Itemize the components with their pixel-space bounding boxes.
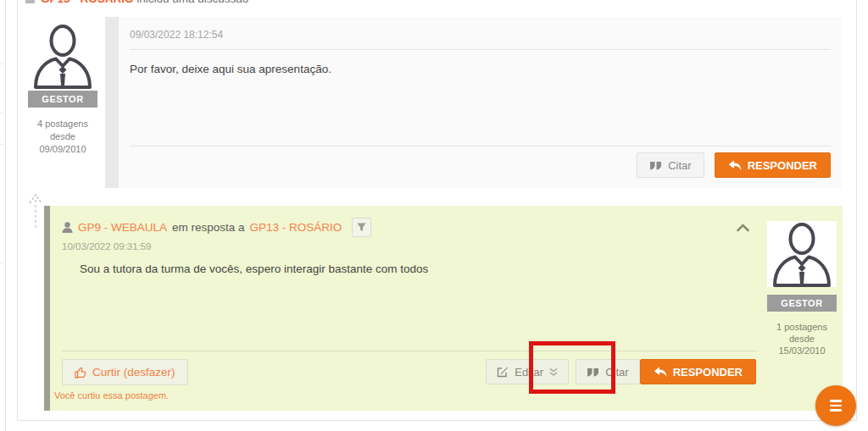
role-badge: GESTOR xyxy=(28,91,97,108)
chevron-up-icon xyxy=(737,224,749,232)
divider xyxy=(62,351,756,351)
reply-button-label: RESPONDER xyxy=(748,159,817,172)
floating-menu-button[interactable] xyxy=(815,385,856,426)
discussion-author-link[interactable]: GP13 - ROSÁRIO xyxy=(41,0,134,5)
reply-body: Sou a tutora da turma de vocês, espero i… xyxy=(80,262,756,275)
author-stats: 1 postagens desde 15/03/2010 xyxy=(776,321,827,356)
like-button-label: Curtir (desfazer) xyxy=(92,366,175,379)
discussion-title: GP13 - ROSÁRIO iniciou uma discussão xyxy=(25,0,248,5)
post-body: Por favor, deixe aqui sua apresentação. xyxy=(130,63,831,75)
role-badge: GESTOR xyxy=(767,295,837,312)
since-label: desde xyxy=(19,130,106,143)
filter-button[interactable] xyxy=(352,218,371,237)
hamburger-menu-icon xyxy=(830,400,842,412)
reply-author-link[interactable]: GP9 - WEBAULA xyxy=(78,221,167,234)
post-timestamp: 09/03/2022 18:12:54 xyxy=(130,29,831,41)
since-date: 09/09/2010 xyxy=(19,143,106,156)
quote-icon xyxy=(649,161,662,170)
post-count: 4 postagens xyxy=(19,118,106,130)
quote-button-label: Citar xyxy=(668,159,691,172)
reply-button[interactable]: RESPONDER xyxy=(715,152,831,178)
double-chevron-down-icon xyxy=(549,367,558,377)
filter-icon xyxy=(357,223,366,232)
reply-button-label: RESPONDER xyxy=(673,366,743,379)
edit-button[interactable]: Editar xyxy=(486,359,569,384)
liked-note: Você curtiu essa postagem. xyxy=(54,390,188,401)
divider xyxy=(130,49,831,50)
left-page-edge xyxy=(0,0,6,431)
post-message: 09/03/2022 18:12:54 Por favor, deixe aqu… xyxy=(105,17,842,188)
reply-timestamp: 10/03/2022 09:31:59 xyxy=(62,241,756,251)
quote-button-label: Citar xyxy=(605,366,628,379)
discussion-icon xyxy=(25,0,35,3)
like-button[interactable]: Curtir (desfazer) xyxy=(62,359,188,385)
user-icon xyxy=(62,222,73,233)
reply-connector-arrow-icon xyxy=(25,191,46,229)
reply-target-link[interactable]: GP13 - ROSÁRIO xyxy=(250,221,342,234)
post-left-bar xyxy=(105,17,119,188)
quote-button[interactable]: Citar xyxy=(576,359,639,384)
reply-arrow-icon xyxy=(654,367,667,378)
thumbs-up-icon xyxy=(75,367,86,379)
avatar xyxy=(28,23,97,89)
reply-post-header: GP9 - WEBAULA em resposta a GP13 - ROSÁR… xyxy=(62,218,756,237)
author-stats: 4 postagens desde 09/09/2010 xyxy=(19,118,106,156)
edit-button-label: Editar xyxy=(515,366,543,379)
quote-button[interactable]: Citar xyxy=(637,152,704,178)
reply-connector-text: em resposta a xyxy=(172,221,245,234)
reply-post: GP9 - WEBAULA em resposta a GP13 - ROSÁR… xyxy=(44,206,843,411)
avatar xyxy=(767,221,837,287)
divider xyxy=(130,146,831,146)
reply-arrow-icon xyxy=(728,160,742,171)
post-count: 1 postagens xyxy=(776,321,827,333)
discussion-title-suffix: iniciou uma discussão xyxy=(136,0,248,5)
quote-icon xyxy=(587,367,599,377)
reply-button[interactable]: RESPONDER xyxy=(640,359,756,384)
forum-discussion-screen: GP13 - ROSÁRIO iniciou uma discussão GES… xyxy=(0,0,868,431)
edit-pencil-icon xyxy=(497,366,509,378)
since-label: desde xyxy=(776,333,827,345)
collapse-button[interactable] xyxy=(737,224,749,232)
since-date: 15/03/2010 xyxy=(776,345,827,356)
